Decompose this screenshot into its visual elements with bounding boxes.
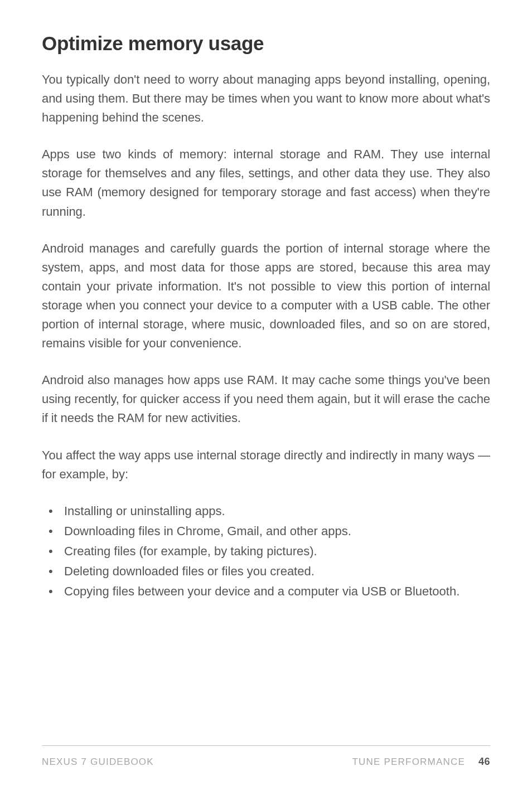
footer-row: NEXUS 7 GUIDEBOOK TUNE PERFORMANCE 46 bbox=[42, 756, 490, 768]
list-item: Creating files (for example, by taking p… bbox=[44, 542, 490, 561]
body-paragraph: You affect the way apps use internal sto… bbox=[42, 446, 490, 484]
footer-section-title: TUNE PERFORMANCE bbox=[352, 757, 465, 768]
body-paragraph: Android also manages how apps use RAM. I… bbox=[42, 371, 490, 428]
footer-divider bbox=[42, 745, 490, 746]
list-item: Installing or uninstalling apps. bbox=[44, 502, 490, 521]
footer-book-title: NEXUS 7 GUIDEBOOK bbox=[42, 757, 154, 768]
list-item: Copying files between your device and a … bbox=[44, 582, 490, 601]
body-paragraph: Android manages and carefully guards the… bbox=[42, 239, 490, 353]
page-footer: NEXUS 7 GUIDEBOOK TUNE PERFORMANCE 46 bbox=[42, 745, 490, 768]
footer-page-number: 46 bbox=[478, 756, 490, 768]
bullet-list: Installing or uninstalling apps. Downloa… bbox=[42, 502, 490, 601]
footer-right: TUNE PERFORMANCE 46 bbox=[352, 756, 490, 768]
body-paragraph: You typically don't need to worry about … bbox=[42, 70, 490, 127]
body-paragraph: Apps use two kinds of memory: internal s… bbox=[42, 145, 490, 221]
page-heading: Optimize memory usage bbox=[42, 32, 490, 55]
list-item: Deleting downloaded files or files you c… bbox=[44, 562, 490, 581]
list-item: Downloading files in Chrome, Gmail, and … bbox=[44, 522, 490, 541]
